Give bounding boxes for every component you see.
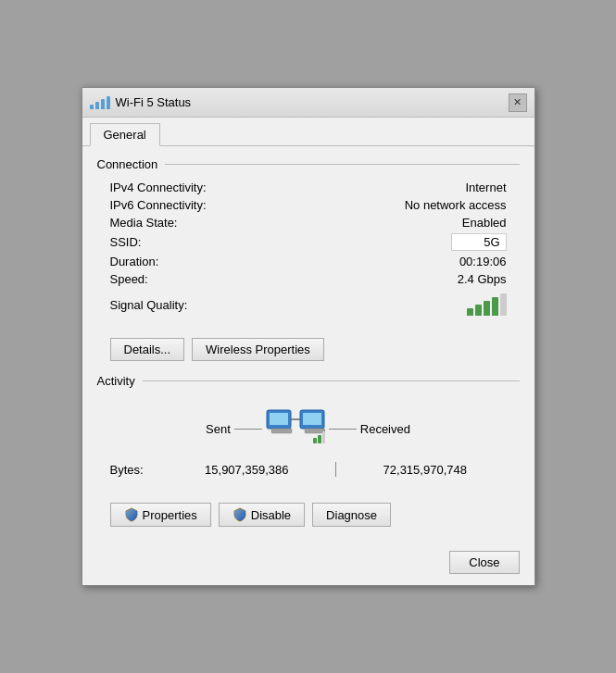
connection-buttons: Details... Wireless Properties xyxy=(97,330,520,365)
ssid-value: 5G xyxy=(451,233,507,251)
received-label: Received xyxy=(360,422,410,436)
connection-divider xyxy=(165,164,519,165)
tab-general[interactable]: General xyxy=(90,123,160,146)
connection-header: Connection xyxy=(97,157,520,171)
window-title: Wi-Fi 5 Status xyxy=(116,95,509,109)
disable-label: Disable xyxy=(251,508,291,522)
signal-bar-3 xyxy=(101,99,105,109)
wireless-properties-button[interactable]: Wireless Properties xyxy=(192,338,324,361)
ssid-row: SSID: 5G xyxy=(97,231,520,253)
signal-quality-row: Signal Quality: xyxy=(97,292,520,318)
main-content: Connection IPv4 Connectivity: Internet I… xyxy=(82,145,534,545)
signal-bar-3 xyxy=(484,301,490,316)
svg-rect-6 xyxy=(313,438,317,443)
svg-rect-8 xyxy=(322,431,325,443)
signal-bar-5 xyxy=(500,293,507,316)
sent-label: Sent xyxy=(206,422,231,436)
connection-label: Connection xyxy=(97,157,158,171)
media-state-value: Enabled xyxy=(462,216,507,230)
signal-bar-4 xyxy=(492,297,498,316)
wifi-status-window: Wi-Fi 5 Status ✕ General Connection IPv4… xyxy=(82,87,535,586)
ipv4-label: IPv4 Connectivity: xyxy=(110,181,207,194)
activity-divider xyxy=(143,380,520,381)
footer: Close xyxy=(82,545,534,585)
media-state-row: Media State: Enabled xyxy=(97,214,520,231)
bytes-received-value: 72,315,970,748 xyxy=(344,463,507,477)
speed-row: Speed: 2.4 Gbps xyxy=(97,270,520,288)
ipv6-value: No network access xyxy=(405,198,507,212)
ipv6-row: IPv6 Connectivity: No network access xyxy=(97,196,520,214)
svg-rect-7 xyxy=(318,435,321,443)
bytes-sent-value: 15,907,359,386 xyxy=(166,463,329,477)
connection-section: Connection IPv4 Connectivity: Internet I… xyxy=(97,157,520,318)
properties-button[interactable]: Properties xyxy=(110,503,211,527)
activity-header: Activity xyxy=(97,374,520,388)
svg-rect-1 xyxy=(270,413,288,425)
signal-quality-label: Signal Quality: xyxy=(110,298,188,312)
ipv6-label: IPv6 Connectivity: xyxy=(110,198,207,212)
bytes-row: Bytes: 15,907,359,386 72,315,970,748 xyxy=(97,458,520,480)
signal-quality-bars xyxy=(467,293,507,316)
received-line xyxy=(329,429,357,430)
activity-label: Activity xyxy=(97,374,135,388)
wifi-icon xyxy=(90,96,110,109)
signal-bar-2 xyxy=(475,305,482,316)
tab-bar: General xyxy=(82,118,534,145)
bottom-buttons: Properties Disable Diagnose xyxy=(97,493,520,534)
svg-rect-5 xyxy=(305,429,325,433)
activity-visual: Sent xyxy=(97,395,520,458)
sent-line xyxy=(234,429,262,430)
network-computers-icon xyxy=(266,403,325,455)
media-state-label: Media State: xyxy=(110,216,178,230)
ipv4-row: IPv4 Connectivity: Internet xyxy=(97,179,520,196)
shield-icon-properties xyxy=(124,507,139,522)
disable-button[interactable]: Disable xyxy=(219,503,305,527)
signal-bar-1 xyxy=(90,105,94,109)
speed-label: Speed: xyxy=(110,272,148,286)
duration-value: 00:19:06 xyxy=(459,255,507,268)
svg-rect-2 xyxy=(271,429,292,433)
duration-row: Duration: 00:19:06 xyxy=(97,253,520,270)
duration-label: Duration: xyxy=(110,255,159,268)
signal-bar-1 xyxy=(467,308,473,316)
ipv4-value: Internet xyxy=(465,181,506,194)
details-button[interactable]: Details... xyxy=(110,338,185,361)
title-bar: Wi-Fi 5 Status ✕ xyxy=(82,88,534,118)
signal-bar-2 xyxy=(95,102,99,109)
bytes-divider xyxy=(335,462,336,477)
signal-bar-4 xyxy=(107,96,110,109)
diagnose-button[interactable]: Diagnose xyxy=(312,503,391,527)
speed-value: 2.4 Gbps xyxy=(458,272,507,286)
ssid-label: SSID: xyxy=(110,235,142,249)
close-window-button[interactable]: ✕ xyxy=(509,93,527,112)
activity-section: Activity Sent xyxy=(97,374,520,480)
properties-label: Properties xyxy=(143,508,197,522)
svg-rect-4 xyxy=(303,413,321,425)
shield-icon-disable xyxy=(233,507,247,522)
bytes-field-label: Bytes: xyxy=(110,463,166,477)
close-button[interactable]: Close xyxy=(449,551,519,574)
